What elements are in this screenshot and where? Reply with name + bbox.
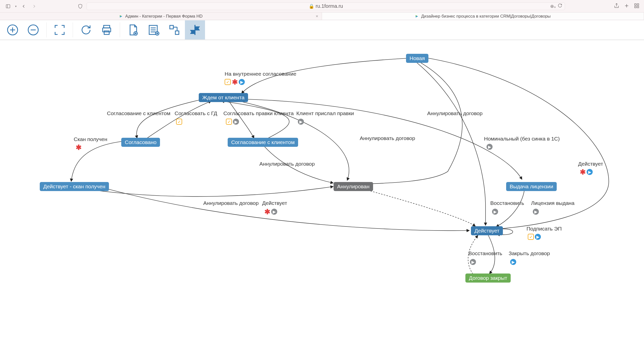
check-icon: ✓: [225, 79, 231, 85]
zoom-in-button[interactable]: [3, 20, 23, 39]
check-icon: ✓: [226, 119, 232, 125]
edge-label: Лицензия выдана: [531, 200, 575, 206]
svg-marker-37: [191, 30, 195, 33]
shield-icon[interactable]: [77, 3, 84, 10]
browser-tabs: Админ - Категории - Первая Форма HD × Ди…: [0, 13, 644, 20]
favicon-icon: [415, 15, 419, 18]
edge-label: Аннулировать договор: [360, 135, 415, 141]
badges: ▶: [470, 259, 476, 265]
sidebar-toggle-icon[interactable]: [5, 3, 12, 10]
play-icon: ▶: [492, 209, 498, 215]
svg-rect-6: [637, 4, 639, 5]
close-icon[interactable]: ×: [316, 14, 318, 19]
badges: ✱: [75, 144, 82, 150]
new-list-button[interactable]: [144, 20, 164, 39]
translate-icon[interactable]: ⊕ₐ: [550, 4, 556, 9]
play-icon: ▶: [233, 119, 239, 125]
edge-label: Действует: [262, 200, 287, 206]
check-icon: ✓: [176, 119, 182, 125]
edge-label: Закрыть договор: [509, 250, 550, 256]
svg-rect-7: [635, 6, 636, 8]
badges: ▶: [510, 259, 516, 265]
edge-label: Восстановить: [468, 250, 502, 256]
star-icon: ✱: [232, 79, 238, 85]
address-bar[interactable]: 🔒 ru.1forma.ru ⊕ₐ: [87, 3, 565, 10]
play-icon: ▶: [535, 234, 541, 240]
node-active[interactable]: Действует: [471, 226, 503, 235]
svg-rect-31: [170, 25, 173, 29]
nav-back-icon[interactable]: [20, 3, 27, 10]
svg-rect-20: [104, 31, 109, 34]
print-button[interactable]: [97, 20, 117, 39]
node-active-scan[interactable]: Действует - скан получен: [40, 182, 109, 191]
badges: ✱ ▶: [580, 169, 593, 175]
badges: ✱ ▶: [264, 209, 277, 215]
tab-overview-icon[interactable]: [634, 3, 639, 9]
separator: [46, 22, 47, 37]
nav-forward-icon[interactable]: [31, 3, 38, 10]
node-annulled[interactable]: Аннулирован: [334, 182, 373, 191]
svg-rect-32: [175, 31, 179, 34]
node-license[interactable]: Выдача лицензии: [506, 182, 557, 191]
tab-designer[interactable]: Дизайнер бизнес процесса в категории CRM…: [322, 13, 644, 20]
tab-title: Админ - Категории - Первая Форма HD: [125, 14, 203, 19]
badges: ✓ ✱ ▶: [225, 79, 245, 85]
play-icon: ▶: [487, 144, 493, 150]
star-icon: ✱: [580, 169, 586, 175]
share-icon[interactable]: [614, 3, 619, 9]
badges: ✓ ▶: [226, 119, 239, 125]
reload-button[interactable]: [76, 20, 96, 39]
reload-page-icon[interactable]: [558, 3, 562, 9]
edge-label: Клиент прислал правки: [296, 110, 354, 116]
star-icon: ✱: [264, 209, 270, 215]
play-icon: ▶: [239, 79, 245, 85]
edge-label: Согласование с клиентом: [107, 110, 170, 116]
route-mode-button[interactable]: [185, 20, 205, 39]
separator: [73, 22, 73, 37]
edge-label: Аннулировать договор: [203, 200, 259, 206]
badges: ▶: [487, 144, 493, 150]
edge-label: Восстановить: [490, 200, 524, 206]
node-closed[interactable]: Договор закрыт: [465, 274, 511, 283]
separator: [120, 22, 120, 37]
edge-label: Согласовать с ГД: [175, 110, 217, 116]
edge-label: Аннулировать договор: [427, 110, 482, 116]
fit-screen-button[interactable]: [50, 20, 70, 39]
edge-label: Скан получен: [74, 136, 107, 142]
node-client-approval[interactable]: Согласование с клиентом: [228, 138, 298, 147]
play-icon: ▶: [470, 259, 476, 265]
flow-canvas[interactable]: Новая Ждем от клиента Согласовано Соглас…: [0, 41, 644, 362]
zoom-out-button[interactable]: [23, 20, 43, 39]
node-new[interactable]: Новая: [406, 54, 428, 63]
badges: ▶: [298, 119, 304, 125]
diagram-mode-button[interactable]: [164, 20, 184, 39]
node-wait[interactable]: Ждем от клиента: [199, 93, 248, 102]
star-icon: ✱: [75, 144, 82, 150]
svg-rect-0: [6, 5, 10, 8]
tab-title: Дизайнер бизнес процесса в категории CRM…: [421, 14, 551, 19]
edge-label: Аннулировать договор: [259, 161, 315, 167]
badges: ▶: [533, 209, 539, 215]
play-icon: ▶: [533, 209, 539, 215]
favicon-icon: [119, 15, 123, 18]
edge-label: На внутреннее согласование: [225, 71, 296, 77]
play-icon: ▶: [510, 259, 516, 265]
browser-chrome: ▾ 🔒 ru.1forma.ru ⊕ₐ: [0, 0, 644, 13]
svg-marker-36: [195, 27, 199, 30]
svg-rect-8: [637, 6, 639, 8]
new-tab-icon[interactable]: [624, 3, 629, 9]
edge-label: Согласовать правки клиента: [223, 110, 294, 116]
node-approved[interactable]: Согласовано: [121, 138, 160, 147]
badges: ▶: [492, 209, 498, 215]
tab-admin[interactable]: Админ - Категории - Первая Форма HD ×: [0, 13, 322, 20]
app-toolbar: [0, 20, 644, 40]
svg-rect-5: [635, 4, 636, 5]
play-icon: ▶: [587, 169, 593, 175]
play-icon: ▶: [271, 209, 277, 215]
play-icon: ▶: [298, 119, 304, 125]
badges: ✓ ▶: [528, 234, 541, 240]
edge-label: Подписать ЭП: [527, 226, 562, 232]
badges: ✓: [176, 119, 182, 125]
new-document-button[interactable]: [123, 20, 143, 39]
edge-label: Номинальный (без синка в 1С): [484, 136, 560, 142]
